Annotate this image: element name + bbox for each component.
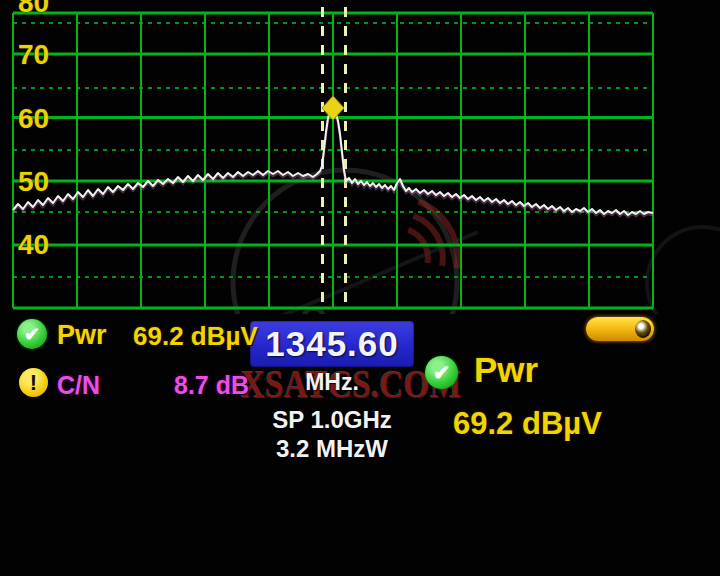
- pwr-value: 69.2 dBµV: [133, 321, 258, 352]
- bandwidth-readout: 3.2 MHzW: [247, 435, 417, 463]
- check-glyph: ✔: [24, 323, 40, 346]
- lock-pwr-value: 69.2 dBµV: [453, 406, 602, 442]
- battery-cap: [635, 320, 651, 338]
- pwr-ok-check-icon: ✔: [17, 319, 47, 349]
- check-glyph: ✔: [433, 361, 451, 385]
- frequency-unit: MHz.: [250, 369, 414, 396]
- pwr-label: Pwr: [57, 320, 107, 351]
- span-readout: SP 1.0GHz: [247, 406, 417, 434]
- exclamation-glyph: !: [30, 370, 37, 396]
- frequency-value: 1345.60: [265, 324, 399, 364]
- battery-icon: [586, 317, 654, 341]
- y-axis-tick-label: 60: [18, 103, 49, 134]
- cn-label: C/N: [57, 371, 100, 400]
- lock-pwr-label: Pwr: [474, 350, 538, 390]
- y-axis-tick-label: 40: [18, 229, 49, 260]
- lock-ok-check-icon: ✔: [425, 356, 458, 389]
- y-axis-tick-label: 50: [18, 166, 49, 197]
- watermark-logo-ring-right: [647, 227, 720, 314]
- spectrum-plot: Ω8070605040: [0, 0, 720, 314]
- meter-screen: Ω8070605040 ✔ Pwr 69.2 dBµV 1345.60 XSAT…: [0, 0, 720, 576]
- cn-warning-exclamation-icon: !: [19, 368, 48, 397]
- y-axis-tick-label: 70: [18, 39, 49, 70]
- y-axis-tick-label: 80: [18, 0, 49, 18]
- cn-value: 8.7 dB: [174, 371, 249, 400]
